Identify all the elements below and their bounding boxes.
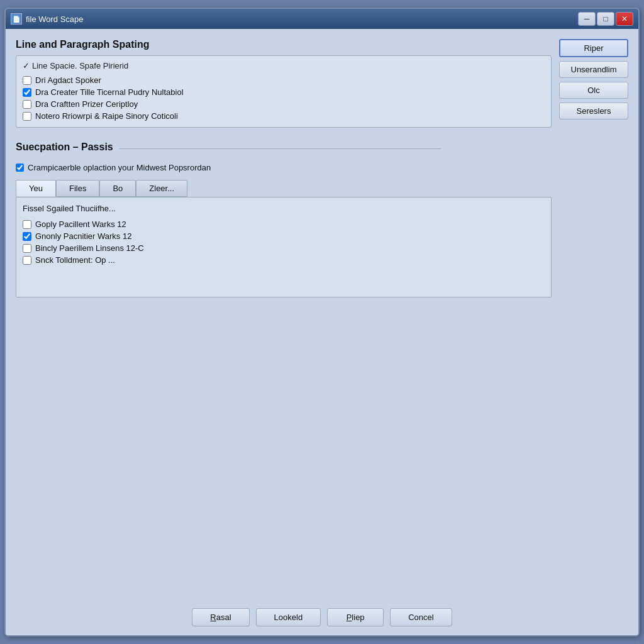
tab-checkbox-3[interactable] [23,244,31,253]
content-area: Line and Paragraph Spating ✓ Line Spacie… [6,29,638,599]
tab-checkbox-row-3: Bincly Paerillem Linsens 12-C [23,242,545,254]
checkbox-row-3: Dra Craftten Prizer Ceriptloy [23,98,545,110]
checkbox-row-4: Notero Rriowrpi & Raipe Sinory Coticoli [23,110,545,122]
section2-title: Suecpation – Passis [16,142,113,153]
app-icon: 📄 [11,13,22,25]
tab-checkbox-3-label: Bincly Paerillem Linsens 12-C [35,243,144,253]
group-box-1: ✓ Line Spacie. Spafe Pirierid Dri Agdact… [16,55,552,128]
tab-checkbox-1[interactable] [23,220,31,229]
tab-checkbox-4[interactable] [23,256,31,265]
checkbox-4[interactable] [23,112,31,121]
checkbox-1-label: Dri Agdact Spoker [35,75,101,85]
footer: Rasal Lookeld Pliep Concel [6,599,638,635]
tab-panel: Fissel Sgailed Thuciifhe... Goply Pacill… [16,197,552,297]
maximize-button[interactable]: □ [597,12,614,26]
window-title: file Word Scape [26,14,84,24]
section-divider [119,148,441,149]
tab-checkbox-row-1: Goply Pacillent Warks 12 [23,218,545,230]
tab-checkbox-2[interactable] [23,232,31,241]
check-indicator: ✓ [23,61,30,70]
section2: Suecpation – Passis Crampicaerble oplact… [16,142,552,297]
title-bar-buttons: ─ □ ✕ [578,12,633,26]
tab-checkbox-1-label: Goply Pacillent Warks 12 [35,219,126,229]
side-btn-olc[interactable]: Olc [559,82,628,99]
group-label: ✓ Line Spacie. Spafe Pirierid [23,61,545,70]
tab-bo[interactable]: Bo [99,180,136,197]
checkbox-1[interactable] [23,76,31,85]
checkbox-2[interactable] [23,88,31,97]
footer-btn-pliep[interactable]: Pliep [327,608,384,626]
checkbox-row-2: Dra Creater Tille Ticernal Pudry Nultabi… [23,86,545,98]
title-bar: 📄 file Word Scape ─ □ ✕ [6,9,638,29]
tab-checkbox-2-label: Gnonly Pacnitier Warks 12 [35,231,131,241]
tab-checkbox-4-label: Snck Tolldment: Op ... [35,255,115,265]
checkbox-3-label: Dra Craftten Prizer Ceriptloy [35,99,138,109]
title-bar-left: 📄 file Word Scape [11,13,84,25]
tab-panel-title: Fissel Sgailed Thuciifhe... [23,204,545,213]
footer-btn-concel[interactable]: Concel [390,608,452,626]
section2-main-check-row: Crampicaerble oplaction your Midwest Pop… [16,163,552,172]
checkbox-3[interactable] [23,100,31,109]
side-buttons-panel: Riper Unserandlim Olc Sereslers [559,39,628,589]
section2-main-check-label: Crampicaerble oplaction your Midwest Pop… [28,163,211,172]
checkbox-row-1: Dri Agdact Spoker [23,74,545,86]
section2-main-checkbox[interactable] [16,164,24,172]
footer-btn-lookeld[interactable]: Lookeld [256,608,321,626]
side-btn-riper[interactable]: Riper [559,39,628,57]
checkbox-4-label: Notero Rriowrpi & Raipe Sinory Coticoli [35,111,178,121]
tab-zleer[interactable]: Zleer... [136,180,187,197]
checkbox-2-label: Dra Creater Tille Ticernal Pudry Nultabi… [35,87,184,97]
section1: Line and Paragraph Spating ✓ Line Spacie… [16,39,552,131]
side-btn-sereslers[interactable]: Sereslers [559,103,628,119]
tab-files[interactable]: Files [56,180,99,197]
main-panel: Line and Paragraph Spating ✓ Line Spacie… [16,39,552,589]
footer-btn-rasal[interactable]: Rasal [192,608,249,626]
close-button[interactable]: ✕ [616,12,633,26]
minimize-button[interactable]: ─ [578,12,596,26]
tabs-row: Yeu Files Bo Zleer... [16,180,552,197]
main-window: 📄 file Word Scape ─ □ ✕ Line and Paragra… [4,8,640,636]
tab-checkbox-row-4: Snck Tolldment: Op ... [23,254,545,266]
tab-yeu[interactable]: Yeu [16,180,56,197]
section1-title: Line and Paragraph Spating [16,39,552,50]
side-btn-unserandlim[interactable]: Unserandlim [559,61,628,78]
tab-checkbox-row-2: Gnonly Pacnitier Warks 12 [23,230,545,242]
